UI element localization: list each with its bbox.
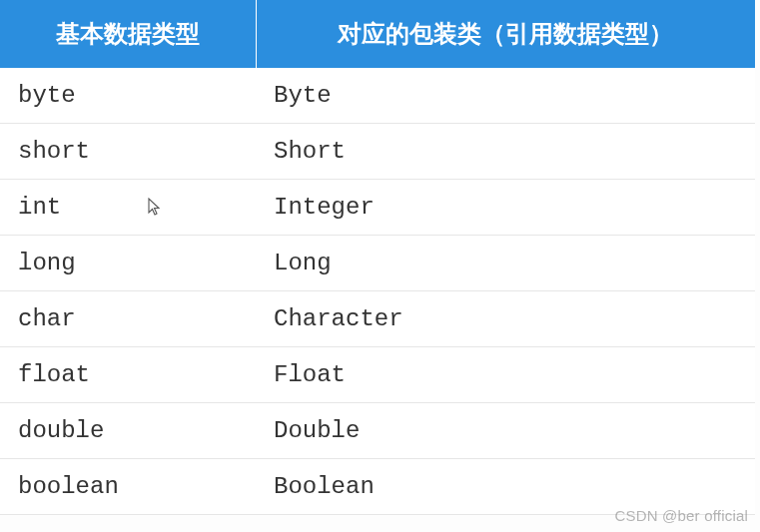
table-header-row: 基本数据类型 对应的包装类（引用数据类型） xyxy=(0,0,755,68)
type-mapping-table: 基本数据类型 对应的包装类（引用数据类型） byte Byte short Sh… xyxy=(0,0,755,515)
header-wrapper: 对应的包装类（引用数据类型） xyxy=(256,0,755,68)
table-row: char Character xyxy=(0,291,755,347)
cell-wrapper: Integer xyxy=(256,180,755,236)
cell-primitive: char xyxy=(0,291,256,347)
cell-wrapper: Byte xyxy=(256,68,755,124)
table-row: double Double xyxy=(0,403,755,459)
cell-primitive: double xyxy=(0,403,256,459)
cell-wrapper: Long xyxy=(256,236,755,291)
cell-primitive: short xyxy=(0,124,256,180)
cell-primitive: int xyxy=(0,180,256,236)
cell-primitive: boolean xyxy=(0,459,256,515)
cell-primitive: byte xyxy=(0,68,256,124)
cell-wrapper: Float xyxy=(256,347,755,403)
watermark-text: CSDN @ber official xyxy=(614,507,748,524)
table-row: byte Byte xyxy=(0,68,755,124)
table-row: long Long xyxy=(0,236,755,291)
primitive-text: int xyxy=(18,194,61,221)
table-row: short Short xyxy=(0,124,755,180)
header-primitive: 基本数据类型 xyxy=(0,0,256,68)
cell-primitive: long xyxy=(0,236,256,291)
table-row: float Float xyxy=(0,347,755,403)
cell-wrapper: Character xyxy=(256,291,755,347)
cursor-icon xyxy=(148,198,164,218)
cell-primitive: float xyxy=(0,347,256,403)
cell-wrapper: Short xyxy=(256,124,755,180)
table-row: int Integer xyxy=(0,180,755,236)
cell-wrapper: Double xyxy=(256,403,755,459)
